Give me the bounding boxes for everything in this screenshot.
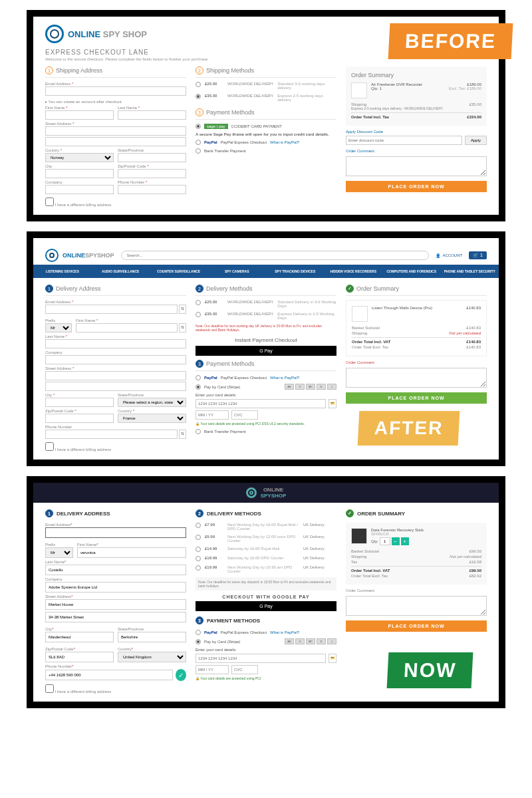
place-order-button[interactable]: PLACE ORDER NOW xyxy=(346,181,487,192)
company-field[interactable] xyxy=(45,582,186,593)
street-field-2[interactable] xyxy=(45,382,186,391)
company-field[interactable] xyxy=(45,185,114,194)
ship-option[interactable]: £35.00WORLDWIDE DELIVERYExpress Delivery… xyxy=(196,312,336,320)
product-thumb xyxy=(351,82,367,98)
delivery-option[interactable]: £14.99Saturday by 16:00 Royal MailUK Del… xyxy=(196,547,336,552)
pay-sage[interactable]: sage | payCC/DEBIT CARD PAYMENT xyxy=(196,124,336,129)
shipping-payment-col: 2Shipping Methods £25.00WORLDWIDE DELIVE… xyxy=(196,66,336,207)
email-field[interactable] xyxy=(45,527,186,538)
prefix-select[interactable]: Mr xyxy=(45,547,73,558)
apply-button[interactable]: Apply xyxy=(465,136,487,145)
place-order-button[interactable]: PLACE ORDER NOW xyxy=(346,620,487,632)
diff-billing-checkbox[interactable] xyxy=(45,684,54,693)
card-cvc-input[interactable] xyxy=(231,410,258,420)
comment-box[interactable] xyxy=(346,156,487,176)
delivery-option[interactable]: £7.99Next Working Day by 16:00 Royal Mai… xyxy=(196,523,336,531)
product-thumb xyxy=(351,528,367,544)
pay-bank[interactable]: Bank Transfer Payment xyxy=(196,148,336,154)
nav-item[interactable]: SPY TRACKING DEVICES xyxy=(266,267,325,275)
country-select[interactable]: United Kingdom xyxy=(118,652,186,662)
phone-field[interactable] xyxy=(118,185,186,194)
cart-button[interactable]: 🛒 1 xyxy=(469,251,487,259)
ship-option-standard[interactable]: £25.00WORLDWIDE DELIVERYStandard 3-6 wor… xyxy=(196,82,336,90)
last-name-field[interactable] xyxy=(118,110,186,120)
before-card: BEFORE ONLINE SPY SHOP EXPRESS CHECKOUT … xyxy=(27,10,505,221)
discount-input[interactable] xyxy=(346,136,462,145)
diff-billing-checkbox[interactable] xyxy=(45,442,54,451)
pay-card[interactable]: Pay by Card (Stripe)AEVMCDJ xyxy=(196,384,336,390)
order-summary-col: Order Summary Air Freshener DVR Recorder… xyxy=(346,66,487,207)
last-name-field[interactable] xyxy=(45,339,186,348)
first-name-field[interactable] xyxy=(77,547,186,558)
last-name-field[interactable] xyxy=(45,565,186,575)
nav-item[interactable]: PHONE AND TABLET SECURITY xyxy=(441,267,499,275)
nav-item[interactable]: HIDDEN VOICE RECORDERS xyxy=(325,267,383,275)
email-field[interactable] xyxy=(45,305,178,314)
qty-input[interactable] xyxy=(380,537,390,545)
card-cvc-input[interactable] xyxy=(231,665,258,674)
zip-field[interactable] xyxy=(45,414,114,423)
state-field[interactable] xyxy=(118,632,186,642)
first-name-field[interactable] xyxy=(76,323,178,332)
pay-paypal[interactable]: PayPalPayPal Express Checkout What is Pa… xyxy=(196,375,336,380)
card-number-input[interactable] xyxy=(196,654,326,663)
nav-item[interactable]: COMPUTERS AND FORENSICS xyxy=(382,267,441,275)
company-field[interactable] xyxy=(45,355,186,364)
nav-item[interactable]: COUNTER SURVEILLANCE xyxy=(150,267,208,275)
now-badge: NOW xyxy=(386,652,473,688)
pay-paypal[interactable]: PayPalPayPal Express Checkout What is Pa… xyxy=(196,630,336,635)
card-exp-input[interactable] xyxy=(196,665,229,674)
before-badge: BEFORE xyxy=(388,23,513,59)
email-stepper[interactable]: ⇅ xyxy=(179,305,186,314)
first-name-field[interactable] xyxy=(45,110,114,120)
ship-option[interactable]: £25.00WORLDWIDE DELIVERYStandard Deliver… xyxy=(196,300,336,308)
qty-minus[interactable]: − xyxy=(392,537,400,545)
pay-paypal[interactable]: PayPalPayPal Express Checkout What is Pa… xyxy=(196,140,336,145)
ship-option-express[interactable]: £35.00WORLDWIDE DELIVERYExpress 2-5 work… xyxy=(196,94,336,102)
pay-bank[interactable]: Bank Transfer Payment xyxy=(196,429,336,434)
street-field-1[interactable] xyxy=(45,126,186,136)
after-badge: AFTER xyxy=(357,411,460,446)
comment-box[interactable] xyxy=(346,368,487,388)
street-field-2[interactable] xyxy=(45,612,186,622)
delivery-option[interactable]: £9.99Next Working Day by 12:00 noon DPD … xyxy=(196,535,336,543)
country-select[interactable]: France xyxy=(118,414,186,423)
nav-item[interactable]: AUDIO SURVEILLANCE xyxy=(92,267,150,275)
gpay-button[interactable]: G Pay xyxy=(196,346,336,356)
check-icon: ✓ xyxy=(176,669,186,681)
card-number-input[interactable] xyxy=(196,399,326,408)
prefix-select[interactable]: Mr xyxy=(45,323,72,332)
nav-item[interactable]: LISTENING DEVICES xyxy=(33,267,92,275)
email-field[interactable] xyxy=(45,86,186,96)
city-field[interactable] xyxy=(45,169,114,178)
zip-field[interactable] xyxy=(45,652,114,662)
main-nav: LISTENING DEVICESAUDIO SURVEILLANCECOUNT… xyxy=(33,265,499,278)
diff-billing-checkbox[interactable] xyxy=(45,198,54,206)
phone-field[interactable] xyxy=(45,430,178,439)
gpay-button[interactable]: G Pay xyxy=(196,601,336,611)
city-field[interactable] xyxy=(45,632,114,642)
country-select[interactable]: Norway xyxy=(45,153,114,162)
shipping-address-col: 1Shipping Address Email Address * ▸ You … xyxy=(45,66,186,207)
qty-plus[interactable]: + xyxy=(401,537,409,545)
product-thumb xyxy=(352,306,368,322)
state-field[interactable] xyxy=(118,153,186,162)
search-input[interactable] xyxy=(121,251,430,260)
place-order-button[interactable]: PLACE ORDER NOW xyxy=(346,392,487,404)
zip-field[interactable] xyxy=(118,169,186,178)
state-select[interactable]: Please select a region, state or xyxy=(118,398,186,407)
card-exp-input[interactable] xyxy=(196,410,229,420)
comment-box[interactable] xyxy=(346,596,487,616)
nav-item[interactable]: SPY CAMERAS xyxy=(208,267,267,275)
pay-card[interactable]: Pay by Card (Stripe)AEVMCDJ xyxy=(196,638,336,644)
phone-field[interactable] xyxy=(45,670,173,680)
account-link[interactable]: 👤 ACCOUNT xyxy=(436,253,462,258)
street-field-1[interactable] xyxy=(45,371,186,380)
street-field-1[interactable] xyxy=(45,599,186,610)
after-card: AFTER ONLINESPYSHOP 👤 ACCOUNT 🛒 1 LISTEN… xyxy=(27,231,505,466)
now-card: NOW ONLINESPYSHOP 1DELIVERY ADDRESS Emai… xyxy=(27,476,505,708)
street-field-2[interactable] xyxy=(45,137,186,146)
delivery-option[interactable]: £18.99Saturday by 16:00 DPD CourierUK De… xyxy=(196,556,336,561)
delivery-option[interactable]: £19.99Next Working Day by 10:30 am DPD C… xyxy=(196,565,336,573)
city-field[interactable] xyxy=(45,398,114,407)
